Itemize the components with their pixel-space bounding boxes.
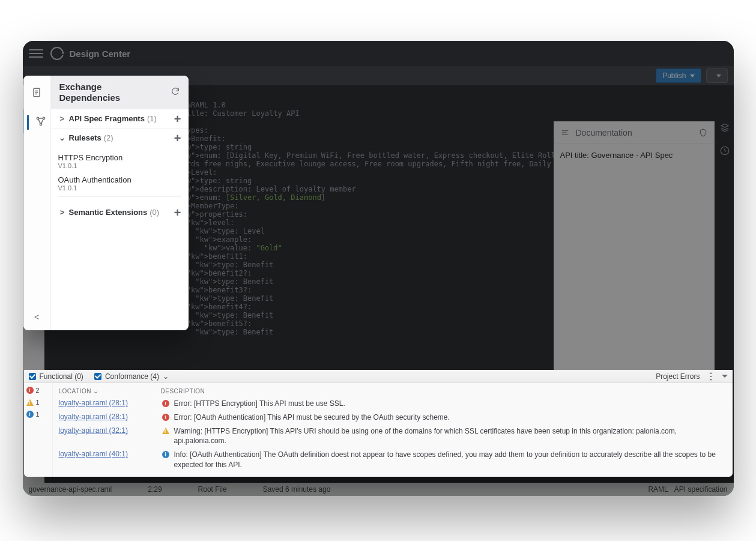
chevron-down-icon	[690, 74, 695, 77]
ruleset-list: HTTPS Encryption V1.0.1 OAuth Authentica…	[51, 147, 189, 203]
info-icon: i	[26, 411, 34, 418]
problem-location-link[interactable]: loyalty-api.raml (28:1)	[59, 399, 161, 407]
exchange-dependencies-popup: < Exchange Dependencies > API Spec Fragm…	[23, 76, 189, 330]
more-icon[interactable]: ⋯	[705, 372, 716, 381]
logo-icon	[50, 47, 64, 60]
add-button[interactable]: +	[174, 208, 181, 217]
documentation-title: Documentation	[576, 128, 632, 138]
documentation-panel: Documentation API title: Governance - AP…	[554, 121, 715, 375]
popup-header: Exchange Dependencies	[51, 76, 189, 109]
layers-icon[interactable]	[719, 122, 730, 133]
tab-conformance[interactable]: Conformance (4) ⌄	[94, 372, 169, 381]
popup-rail-files[interactable]	[31, 86, 43, 101]
popup-body: Exchange Dependencies > API Spec Fragmen…	[51, 76, 189, 330]
problem-location-link[interactable]: loyalty-api.raml (40:1)	[59, 450, 161, 458]
right-rail	[716, 122, 734, 156]
chevron-down-icon: ⌄	[163, 372, 169, 381]
error-icon: !	[162, 400, 169, 407]
col-location[interactable]: LOCATION	[59, 388, 161, 394]
chevron-down-icon[interactable]	[722, 375, 728, 378]
problem-message: Warning: [HTTPS Encryption] This API's U…	[174, 426, 727, 447]
shield-icon[interactable]	[698, 128, 708, 138]
warning-icon	[162, 428, 169, 434]
status-type: API specification	[674, 485, 728, 494]
app-title: Design Center	[70, 49, 131, 59]
ruleset-item[interactable]: OAuth Authentication V1.0.1	[58, 171, 181, 193]
checkbox-icon[interactable]	[29, 373, 36, 380]
refresh-icon	[171, 86, 180, 96]
activity-icon[interactable]	[719, 145, 730, 156]
publish-button[interactable]: Publish	[656, 68, 701, 83]
popup-rail-dependencies[interactable]	[27, 115, 47, 130]
svg-point-18	[40, 123, 41, 125]
menu-icon[interactable]	[29, 49, 43, 58]
section-rulesets[interactable]: ⌄ Rulesets (2) +	[51, 128, 189, 147]
warning-icon	[26, 399, 34, 406]
status-root: Root File	[198, 485, 227, 494]
problems-table: LOCATION DESCRIPTION loyalty-api.raml (2…	[53, 383, 733, 477]
problem-row[interactable]: loyalty-api.raml (28:1)!Error: [HTTPS En…	[59, 397, 727, 411]
problems-body: !2 1 i1 LOCATION DESCRIPTION loyalty-api…	[24, 383, 733, 477]
chevron-right-icon: >	[58, 208, 67, 217]
problem-message: Info: [OAuth Authentication] The OAuth d…	[174, 450, 727, 470]
add-button[interactable]: +	[174, 134, 181, 142]
summary-errors: !2	[26, 387, 50, 394]
problems-table-header: LOCATION DESCRIPTION	[59, 385, 727, 397]
problem-location-link[interactable]: loyalty-api.raml (32:1)	[59, 426, 161, 435]
popup-rail: <	[23, 76, 51, 330]
col-description: DESCRIPTION	[161, 388, 727, 394]
svg-point-17	[43, 117, 44, 119]
problem-row[interactable]: loyalty-api.raml (32:1)Warning: [HTTPS E…	[59, 425, 727, 449]
document-icon	[31, 86, 43, 98]
chevron-down-icon: ⌄	[58, 133, 67, 142]
status-saved: Saved 6 minutes ago	[263, 485, 331, 494]
chevron-right-icon: >	[58, 114, 67, 123]
list-icon[interactable]	[560, 128, 570, 138]
status-lang: RAML	[648, 485, 668, 494]
documentation-content: API title: Governance - API Spec	[554, 144, 714, 167]
error-icon: !	[26, 387, 34, 394]
refresh-button[interactable]	[171, 86, 180, 98]
code-content: "kw">#%RAML 1.0 "kw">title: Customer Loy…	[161, 101, 552, 336]
problems-summary: !2 1 i1	[24, 383, 53, 477]
settings-button[interactable]	[706, 68, 728, 83]
dependencies-icon	[35, 115, 47, 127]
status-cursor: 2:29	[148, 485, 162, 494]
app-frame: Design Center Publish "kw	[23, 41, 734, 496]
chevron-down-icon	[716, 74, 721, 77]
add-button[interactable]: +	[174, 115, 181, 123]
svg-point-16	[37, 117, 38, 119]
popup-title: Exchange Dependencies	[59, 82, 121, 103]
ruleset-item[interactable]: HTTPS Encryption V1.0.1	[58, 148, 181, 171]
topbar: Design Center	[23, 41, 734, 66]
project-errors-control[interactable]: Project Errors ⋯	[656, 370, 727, 382]
documentation-header: Documentation	[554, 122, 714, 144]
problem-location-link[interactable]: loyalty-api.raml (28:1)	[59, 413, 161, 421]
collapse-button[interactable]: <	[34, 312, 39, 322]
problems-tabs: Functional (0) Conformance (4) ⌄ Project…	[24, 370, 733, 383]
publish-label: Publish	[662, 71, 686, 80]
problem-message: Error: [OAuth Authentication] This API m…	[174, 413, 727, 423]
section-api-spec-fragments[interactable]: > API Spec Fragments (1) +	[51, 109, 189, 128]
problems-panel: Functional (0) Conformance (4) ⌄ Project…	[24, 370, 733, 477]
section-semantic-extensions[interactable]: > Semantic Extensions (0) +	[51, 203, 189, 222]
status-file: governance-api-spec.raml	[29, 485, 112, 494]
problem-row[interactable]: loyalty-api.raml (28:1)!Error: [OAuth Au…	[59, 411, 727, 425]
problem-message: Error: [HTTPS Encryption] This API must …	[174, 399, 727, 409]
summary-warnings: 1	[26, 399, 50, 406]
checkbox-icon[interactable]	[94, 373, 101, 380]
summary-info: i1	[26, 411, 50, 418]
problem-row[interactable]: loyalty-api.raml (40:1)iInfo: [OAuth Aut…	[59, 448, 727, 472]
tab-functional[interactable]: Functional (0)	[29, 372, 83, 381]
code-editor[interactable]: "kw">#%RAML 1.0 "kw">title: Customer Loy…	[161, 98, 552, 375]
status-bar: governance-api-spec.raml 2:29 Root File …	[23, 483, 734, 496]
info-icon: i	[162, 451, 169, 458]
error-icon: !	[162, 414, 169, 421]
